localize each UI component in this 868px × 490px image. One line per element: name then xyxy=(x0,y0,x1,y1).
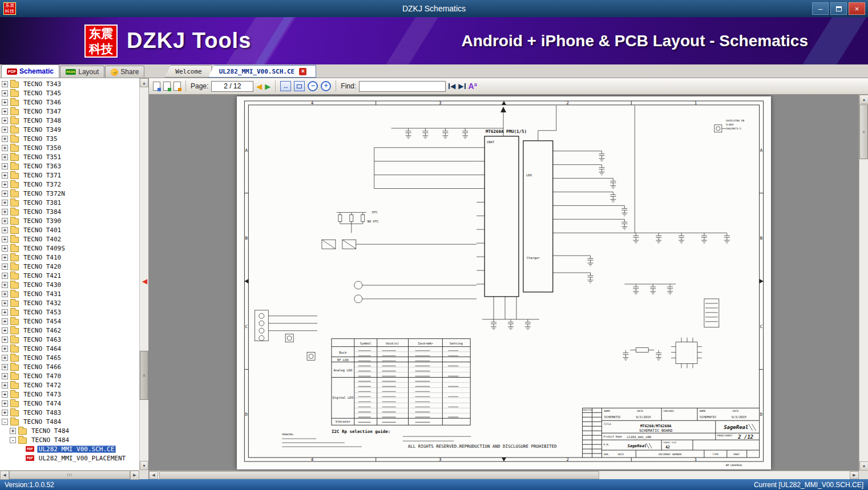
tree-item-label[interactable]: TECNO T371 xyxy=(22,172,63,179)
scroll-up-icon[interactable]: ▲ xyxy=(140,78,148,87)
tree-item-label[interactable]: TECNO T474 xyxy=(22,400,63,407)
collapse-icon[interactable]: - xyxy=(10,437,16,443)
tree-item-folder[interactable]: +TECNO T343 xyxy=(0,79,139,88)
expand-icon[interactable]: + xyxy=(2,400,8,407)
expand-icon[interactable]: + xyxy=(2,209,8,215)
tree-item-label[interactable]: TECNO T345 xyxy=(22,90,63,97)
tree-item-folder[interactable]: +TECNO T432 xyxy=(0,298,139,307)
tree-item-label[interactable]: TECNO T384 xyxy=(22,208,63,216)
expand-icon[interactable]: + xyxy=(2,118,8,124)
expand-icon[interactable]: + xyxy=(2,291,8,297)
expand-icon[interactable]: + xyxy=(2,391,8,398)
expand-icon[interactable]: + xyxy=(2,145,8,151)
tree-item-folder[interactable]: +TECNO T348 xyxy=(0,116,139,125)
tree-item-label[interactable]: TECNO T470 xyxy=(22,372,63,380)
tree-item-label[interactable]: TECNO T431 xyxy=(22,290,63,298)
expand-icon[interactable]: + xyxy=(2,264,8,270)
tree-item-folder[interactable]: +TECNO T346 xyxy=(0,98,139,107)
expand-icon[interactable]: + xyxy=(2,191,8,197)
find-input[interactable] xyxy=(359,81,446,92)
collapse-icon[interactable]: - xyxy=(2,419,8,425)
tree-item-folder[interactable]: +TECNO T465 xyxy=(0,353,139,362)
tree-item-folder[interactable]: +TECNO T421 xyxy=(0,271,139,280)
tree-item-label[interactable]: TECNO T409S xyxy=(22,245,67,252)
tree-item-folder[interactable]: +TECNO T466 xyxy=(0,362,139,371)
expand-icon[interactable]: + xyxy=(2,273,8,279)
tree-item-folder[interactable]: +TECNO T371 xyxy=(0,171,139,180)
expand-icon[interactable]: + xyxy=(2,373,8,379)
tree-item-label[interactable]: TECNO T347 xyxy=(22,108,63,115)
expand-icon[interactable]: + xyxy=(2,181,8,188)
tree-item-folder[interactable]: +TECNO T345 xyxy=(0,88,139,98)
tree-item-folder[interactable]: +TECNO T381 xyxy=(0,198,139,207)
tree-item-label[interactable]: TECNO T462 xyxy=(22,327,63,334)
tree-item-label[interactable]: TECNO T381 xyxy=(22,199,63,206)
scrollbar-thumb[interactable]: ≡ xyxy=(859,104,868,159)
expand-icon[interactable]: + xyxy=(2,90,8,96)
tree-item-label[interactable]: TECNO T343 xyxy=(22,80,63,88)
expand-icon[interactable]: + xyxy=(2,337,8,343)
tree-item-label[interactable]: TECNO T483 xyxy=(22,409,63,416)
expand-icon[interactable]: + xyxy=(2,282,8,288)
tree-horizontal-scrollbar[interactable]: ◀ III ▶ xyxy=(0,470,139,479)
tree-item-label[interactable]: TECNO T464 xyxy=(22,345,63,353)
expand-icon[interactable]: + xyxy=(2,81,8,87)
vertical-scrollbar[interactable]: ▲ ≡ ▼ xyxy=(859,95,868,471)
tree-item-folder[interactable]: +TECNO T464 xyxy=(0,344,139,353)
tree-item-folder[interactable]: +TECNO T35 xyxy=(0,134,139,143)
expand-icon[interactable]: + xyxy=(2,346,8,352)
tree-item-folder[interactable]: +TECNO T474 xyxy=(0,399,139,408)
tree-item-folder[interactable]: -TECNO T484 xyxy=(0,435,139,444)
tree-item-label[interactable]: TECNO T420 xyxy=(22,263,63,270)
previous-page-icon[interactable]: ◀ xyxy=(256,83,262,90)
tree-item-label[interactable]: TECNO T351 xyxy=(22,153,63,161)
scroll-down-icon[interactable]: ▼ xyxy=(140,461,148,470)
tree-item-folder[interactable]: +TECNO T472 xyxy=(0,380,139,390)
expand-icon[interactable]: + xyxy=(2,254,8,261)
find-next-icon[interactable]: ▶ xyxy=(458,82,465,90)
tree-item-folder[interactable]: +TECNO T420 xyxy=(0,262,139,271)
expand-icon[interactable]: + xyxy=(2,327,8,334)
tab-layout[interactable]: PADS Layout xyxy=(60,66,104,78)
tree-item-label[interactable]: TECNO T372 xyxy=(22,181,63,188)
tree-item-folder[interactable]: +TECNO T473 xyxy=(0,390,139,399)
tree-item-label[interactable]: TECNO T349 xyxy=(22,126,63,133)
expand-icon[interactable]: + xyxy=(2,318,8,325)
tree-item-label[interactable]: TECNO T421 xyxy=(22,272,63,280)
tree-item-label[interactable]: TECNO T484 xyxy=(30,427,71,435)
tree-item-label[interactable]: TECNO T473 xyxy=(22,391,63,398)
tree-item-folder[interactable]: +TECNO T470 xyxy=(0,371,139,380)
tree-scrollbar-thumb[interactable]: ≡ xyxy=(140,351,148,400)
tree-item-label[interactable]: TECNO T363 xyxy=(22,163,63,170)
maximize-button[interactable] xyxy=(830,2,847,15)
tree-item-folder[interactable]: +TECNO T453 xyxy=(0,307,139,317)
document-viewport[interactable]: 4 3 2 1 4 3 2 1 A B C D xyxy=(149,95,868,479)
minimize-button[interactable]: – xyxy=(812,2,829,15)
tree-item-label[interactable]: TECNO T410 xyxy=(22,254,63,261)
expand-icon[interactable]: + xyxy=(2,99,8,106)
expand-icon[interactable]: + xyxy=(2,300,8,306)
tree-item-label[interactable]: TECNO T401 xyxy=(22,226,63,234)
expand-icon[interactable]: + xyxy=(2,355,8,361)
tree-item-label[interactable]: TECNO T346 xyxy=(22,99,63,106)
tree-item-folder[interactable]: +TECNO T349 xyxy=(0,125,139,134)
next-page-icon[interactable]: ▶ xyxy=(265,83,271,90)
tree-item-folder[interactable]: +TECNO T347 xyxy=(0,107,139,116)
tree-vertical-scrollbar[interactable]: ▲ ≡ ▼ xyxy=(139,78,148,470)
tab-share[interactable]: → Share xyxy=(105,66,144,78)
tree-item-folder[interactable]: +TECNO T401 xyxy=(0,225,139,234)
tree-hscroll-thumb[interactable]: III xyxy=(9,471,130,479)
scroll-left-icon[interactable]: ◀ xyxy=(0,471,9,480)
tree-item-file[interactable]: PDFUL282_MMI_V00_PLACEMENT xyxy=(0,453,139,463)
tree-item-label[interactable]: TECNO T432 xyxy=(22,299,63,307)
find-previous-icon[interactable]: ◀ xyxy=(449,82,455,90)
scroll-right-icon[interactable]: ▶ xyxy=(850,471,859,479)
tree-item-folder[interactable]: +TECNO T384 xyxy=(0,207,139,216)
expand-icon[interactable]: + xyxy=(2,136,8,142)
fit-width-icon[interactable]: ↔ xyxy=(280,81,291,91)
fit-page-icon[interactable] xyxy=(294,81,305,91)
doc-tab-current[interactable]: UL282_MMI_V00.SCH.CE × xyxy=(208,65,316,78)
expand-icon[interactable]: + xyxy=(2,108,8,115)
single-page-icon[interactable] xyxy=(153,82,160,91)
page-container[interactable]: 4 3 2 1 4 3 2 1 A B C D xyxy=(149,95,859,471)
